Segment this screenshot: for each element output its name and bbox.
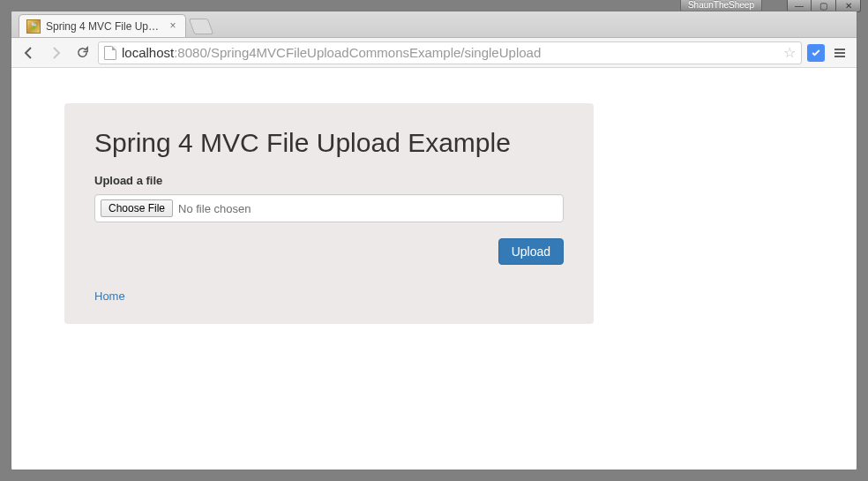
svg-rect-2 <box>834 56 845 57</box>
home-link[interactable]: Home <box>94 265 564 303</box>
arrow-left-icon <box>22 46 36 60</box>
svg-rect-0 <box>834 49 845 50</box>
address-bar[interactable]: localhost:8080/Spring4MVCFileUploadCommo… <box>98 41 802 64</box>
back-button[interactable] <box>19 42 40 64</box>
url-host: localhost <box>122 45 174 60</box>
page-icon <box>104 46 116 60</box>
tab-title: Spring 4 MVC File Upload <box>46 20 161 33</box>
new-tab-button[interactable] <box>189 19 214 34</box>
check-icon <box>811 48 821 58</box>
upload-label: Upload a file <box>94 174 564 187</box>
file-status-text: No file chosen <box>178 202 251 215</box>
extension-button[interactable] <box>807 44 825 62</box>
browser-tab[interactable]: 🍃 Spring 4 MVC File Upload × <box>19 14 186 37</box>
upload-panel: Spring 4 MVC File Upload Example Upload … <box>64 103 594 324</box>
favicon-icon: 🍃 <box>26 19 41 34</box>
reload-button[interactable] <box>71 42 93 64</box>
page-viewport: Spring 4 MVC File Upload Example Upload … <box>11 68 857 470</box>
upload-button[interactable]: Upload <box>498 238 564 265</box>
url-text: localhost:8080/Spring4MVCFileUploadCommo… <box>122 45 778 60</box>
bookmark-star-icon[interactable]: ☆ <box>783 44 796 61</box>
browser-toolbar: localhost:8080/Spring4MVCFileUploadCommo… <box>11 38 857 68</box>
reload-icon <box>76 46 89 59</box>
browser-window: 🍃 Spring 4 MVC File Upload × localhost:8… <box>11 11 857 470</box>
forward-button[interactable] <box>45 42 66 64</box>
file-input[interactable]: Choose File No file chosen <box>94 194 564 222</box>
url-path: :8080/Spring4MVCFileUploadCommonsExample… <box>174 45 541 60</box>
tab-close-button[interactable]: × <box>168 20 178 31</box>
choose-file-button[interactable]: Choose File <box>101 199 173 217</box>
page-title: Spring 4 MVC File Upload Example <box>94 128 564 158</box>
svg-rect-1 <box>834 52 845 54</box>
hamburger-icon <box>833 46 847 60</box>
tab-strip: 🍃 Spring 4 MVC File Upload × <box>11 11 857 38</box>
browser-menu-button[interactable] <box>830 43 849 63</box>
arrow-right-icon <box>49 46 63 60</box>
